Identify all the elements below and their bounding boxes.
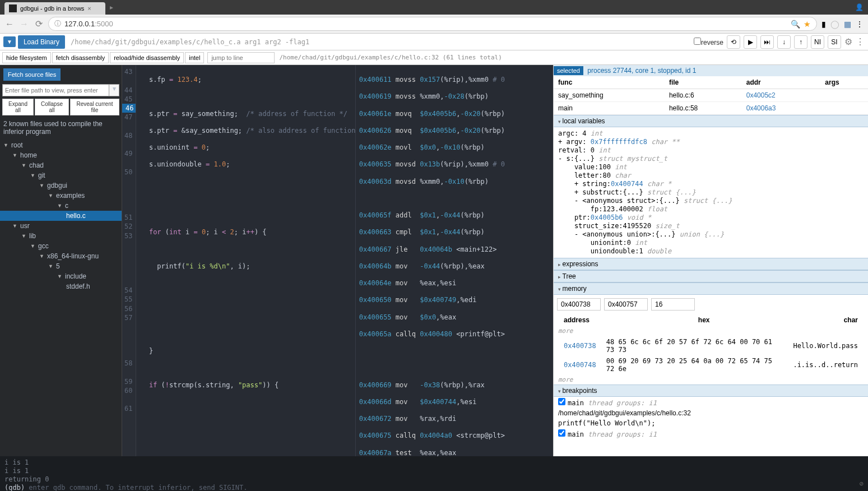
gdb-console[interactable]: i is 1 i is 1 returning 0 (gdb) enter gd… bbox=[0, 456, 868, 475]
tree-git[interactable]: ▼git bbox=[0, 170, 122, 180]
secondary-bar: hide filesystem fetch disassembly reload… bbox=[0, 50, 868, 65]
expand-all-button[interactable]: Expand all bbox=[2, 99, 34, 115]
console-line: i is 1 bbox=[4, 458, 864, 467]
sidebar: Fetch source files ▾ Expand all Collapse… bbox=[0, 65, 122, 467]
restart-icon[interactable]: ⟲ bbox=[727, 35, 740, 49]
locals-content: argc: 4 int + argv: 0x7fffffffdfc8 char … bbox=[554, 127, 868, 258]
pause-icon[interactable]: ⏭ bbox=[760, 35, 774, 49]
tab-title: gdbgui - gdb in a brows bbox=[20, 5, 84, 12]
reload-disasm-button[interactable]: reload/hide disassembly bbox=[110, 52, 184, 63]
user-icon[interactable]: 👤 bbox=[855, 3, 864, 11]
tree-x86[interactable]: ▼x86_64-linux-gnu bbox=[0, 251, 122, 261]
section-locals[interactable]: local variables bbox=[554, 115, 868, 127]
mem-more-top[interactable]: more bbox=[554, 326, 868, 336]
reverse-label: reverse bbox=[701, 39, 723, 47]
mem-end-input[interactable] bbox=[604, 298, 648, 311]
mem-start-input[interactable] bbox=[557, 298, 601, 311]
disassembly-pane[interactable]: 0x400611 movss 0x157(%rip),%xmm0 # 0 0x4… bbox=[355, 65, 553, 467]
mem-row: 0x40074800 69 20 69 73 20 25 64 0a 00 72… bbox=[559, 356, 862, 374]
file-caret[interactable]: ▾ bbox=[109, 84, 119, 96]
fetch-source-button[interactable]: Fetch source files bbox=[3, 68, 61, 81]
known-files-label: 2 known files used to compile the inferi… bbox=[0, 118, 122, 138]
tree-5[interactable]: ▼5 bbox=[0, 261, 122, 271]
ext-icon-2[interactable]: ◯ bbox=[830, 20, 839, 29]
url-text: 127.0.0.1:5000 bbox=[64, 20, 787, 28]
main-toolbar: ▼ Load Binary /home/chad/git/gdbgui/exam… bbox=[0, 34, 868, 50]
reverse-checkbox[interactable] bbox=[694, 38, 701, 45]
intel-button[interactable]: intel bbox=[185, 52, 204, 63]
continue-icon[interactable]: ▶ bbox=[744, 35, 757, 49]
more-icon[interactable]: ⋮ bbox=[856, 36, 865, 47]
step-out-icon[interactable]: ↑ bbox=[794, 35, 807, 49]
mem-more-bottom[interactable]: more bbox=[554, 375, 868, 385]
section-tree[interactable]: Tree bbox=[554, 270, 868, 282]
tree-chad[interactable]: ▼chad bbox=[0, 160, 122, 170]
tree-home[interactable]: ▼home bbox=[0, 150, 122, 160]
breakpoint-row: main thread groups: i1 bbox=[554, 397, 868, 408]
bp-checkbox[interactable] bbox=[558, 429, 565, 437]
ext-icon-3[interactable]: ▦ bbox=[844, 20, 851, 29]
tree-root[interactable]: ▼root bbox=[0, 140, 122, 150]
file-tree: ▼root ▼home ▼chad ▼git ▼gdbgui ▼examples… bbox=[0, 138, 122, 294]
tree-stddef[interactable]: stddef.h bbox=[0, 281, 122, 291]
memory-table: addresshexchar bbox=[554, 314, 868, 326]
back-icon[interactable]: ← bbox=[4, 19, 15, 29]
file-path-input[interactable] bbox=[2, 84, 109, 96]
si-button[interactable]: SI bbox=[828, 35, 841, 49]
hide-filesystem-button[interactable]: hide filesystem bbox=[2, 52, 51, 63]
tree-examples[interactable]: ▼examples bbox=[0, 191, 122, 201]
stack-row[interactable]: mainhello.c:580x4006a3 bbox=[554, 102, 868, 115]
tree-c[interactable]: ▼c bbox=[0, 201, 122, 211]
gutter[interactable]: 43 44 45 46 47 48 49 50 51 52 53 54 55 5… bbox=[122, 65, 136, 467]
section-breakpoints[interactable]: breakpoints bbox=[554, 385, 868, 397]
close-icon[interactable]: × bbox=[87, 5, 91, 12]
section-expressions[interactable]: expressions bbox=[554, 258, 868, 270]
section-memory[interactable]: memory bbox=[554, 282, 868, 295]
star-icon[interactable]: ★ bbox=[804, 20, 811, 29]
mem-row: 0x40073848 65 6c 6c 6f 20 57 6f 72 6c 64… bbox=[559, 337, 862, 355]
fetch-disasm-button[interactable]: fetch disassembly bbox=[52, 52, 109, 63]
tree-usr[interactable]: ▼usr bbox=[0, 221, 122, 231]
load-binary-button[interactable]: Load Binary bbox=[18, 35, 65, 49]
console-line: i is 1 bbox=[4, 467, 864, 475]
reload-icon[interactable]: ⟳ bbox=[34, 18, 44, 29]
right-panel: selected process 27744, core 1, stopped,… bbox=[553, 65, 868, 467]
source-pane[interactable]: 43 44 45 46 47 48 49 50 51 52 53 54 55 5… bbox=[122, 65, 355, 467]
binary-path: /home/chad/git/gdbgui/examples/c/hello_c… bbox=[67, 38, 313, 46]
search-icon[interactable]: 🔍 bbox=[791, 20, 800, 29]
dropdown-caret[interactable]: ▼ bbox=[3, 36, 16, 47]
mem-bytes-input[interactable] bbox=[651, 298, 695, 311]
collapse-all-button[interactable]: Collapse all bbox=[35, 99, 69, 115]
tree-gcc[interactable]: ▼gcc bbox=[0, 241, 122, 251]
selected-text: process 27744, core 1, stopped, id 1 bbox=[583, 66, 698, 76]
url-input[interactable]: ⓘ 127.0.0.1:5000 🔍 ★ bbox=[48, 17, 817, 31]
new-tab-icon[interactable]: ▸ bbox=[110, 3, 113, 11]
breakpoint-row: main thread groups: i1 bbox=[554, 428, 868, 439]
breakpoint-path: /home/chad/git/gdbgui/examples/c/hello.c… bbox=[554, 408, 868, 418]
address-bar: ← → ⟳ ⓘ 127.0.0.1:5000 🔍 ★ ▮ ◯ ▦ ⋮ bbox=[0, 15, 868, 34]
ni-button[interactable]: NI bbox=[811, 35, 824, 49]
tree-gdbgui[interactable]: ▼gdbgui bbox=[0, 180, 122, 191]
step-over-icon[interactable]: ↓ bbox=[777, 35, 791, 49]
info-icon[interactable]: ⓘ bbox=[54, 19, 61, 29]
tree-hello-c[interactable]: hello.c bbox=[0, 211, 122, 221]
stack-table: funcfileaddrargs say_somethinghello.c:60… bbox=[554, 76, 868, 115]
breakpoint-code: printf("Hello World\n"); bbox=[554, 418, 868, 428]
browser-tab[interactable]: gdbgui - gdb in a brows × bbox=[4, 2, 105, 15]
file-info: /home/chad/git/gdbgui/examples/c/hello.c… bbox=[279, 54, 502, 61]
tree-include[interactable]: ▼include bbox=[0, 271, 122, 281]
browser-tab-bar: gdbgui - gdb in a brows × ▸ 👤 bbox=[0, 0, 868, 15]
stack-row[interactable]: say_somethinghello.c:60x4005c2 bbox=[554, 89, 868, 102]
selected-badge: selected bbox=[554, 66, 583, 75]
tab-favicon bbox=[9, 4, 17, 12]
ext-icon-1[interactable]: ▮ bbox=[821, 20, 826, 29]
reveal-file-button[interactable]: Reveal current file bbox=[70, 99, 119, 115]
gear-icon[interactable]: ⚙ bbox=[844, 36, 852, 47]
jump-input[interactable] bbox=[207, 52, 275, 63]
tree-lib[interactable]: ▼lib bbox=[0, 231, 122, 241]
menu-icon[interactable]: ⋮ bbox=[856, 20, 864, 29]
bp-checkbox[interactable] bbox=[558, 398, 565, 405]
forward-icon: → bbox=[19, 19, 29, 29]
source-code: s.fp = 123.4; s.ptr = say_something; /* … bbox=[136, 65, 355, 467]
